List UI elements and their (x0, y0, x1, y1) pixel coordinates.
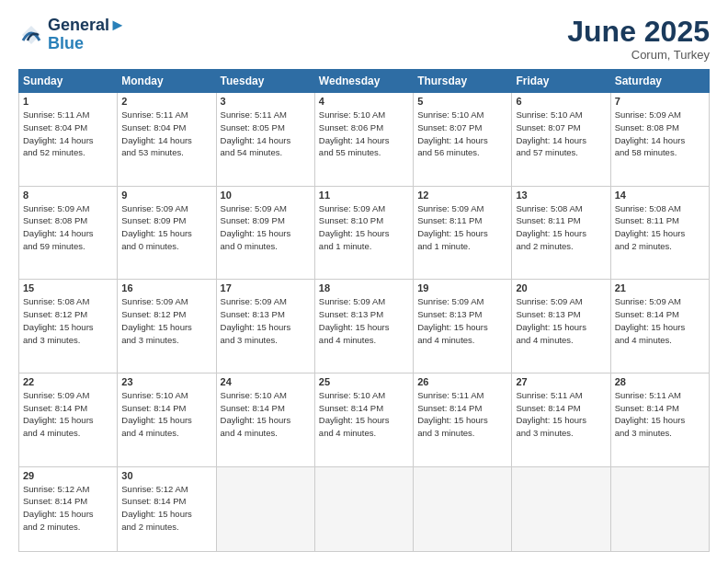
logo-icon (18, 22, 44, 48)
top-bar: General► Blue June 2025 Corum, Turkey (18, 17, 710, 62)
calendar-cell: 20Sunrise: 5:09 AMSunset: 8:13 PMDayligh… (512, 280, 610, 373)
cell-info: Sunrise: 5:10 AMSunset: 8:14 PMDaylight:… (121, 389, 211, 440)
calendar-cell: 15Sunrise: 5:08 AMSunset: 8:12 PMDayligh… (19, 280, 118, 373)
day-number: 8 (23, 190, 113, 201)
cell-info: Sunrise: 5:09 AMSunset: 8:10 PMDaylight:… (319, 202, 409, 253)
calendar-cell: 10Sunrise: 5:09 AMSunset: 8:09 PMDayligh… (216, 186, 314, 280)
day-number: 5 (417, 96, 507, 107)
cell-info: Sunrise: 5:10 AMSunset: 8:14 PMDaylight:… (319, 389, 409, 440)
day-number: 19 (417, 282, 507, 293)
calendar-cell: 22Sunrise: 5:09 AMSunset: 8:14 PMDayligh… (19, 373, 118, 466)
cell-line: and 4 minutes. (121, 427, 211, 440)
cell-info: Sunrise: 5:11 AMSunset: 8:05 PMDaylight:… (221, 109, 311, 159)
day-number: 22 (23, 376, 113, 387)
day-number: 21 (615, 282, 705, 293)
calendar-cell: 12Sunrise: 5:09 AMSunset: 8:11 PMDayligh… (414, 186, 512, 280)
cell-line: Daylight: 14 hours (23, 134, 113, 147)
cell-line: and 59 minutes. (23, 240, 113, 253)
cell-line: Sunrise: 5:08 AM (23, 295, 113, 308)
cell-line: Sunset: 8:14 PM (221, 402, 311, 415)
calendar-header-friday: Friday (512, 70, 610, 93)
cell-line: Sunrise: 5:09 AM (615, 109, 705, 121)
cell-line: Daylight: 15 hours (417, 414, 507, 427)
logo-text: General► Blue (48, 17, 126, 53)
cell-line: Sunset: 8:12 PM (121, 308, 211, 321)
cell-line: and 1 minute. (417, 240, 507, 253)
cell-line: and 54 minutes. (221, 146, 311, 159)
calendar-cell: 24Sunrise: 5:10 AMSunset: 8:14 PMDayligh… (216, 373, 314, 466)
cell-line: Daylight: 15 hours (615, 321, 705, 334)
cell-line: Daylight: 14 hours (23, 227, 113, 240)
cell-info: Sunrise: 5:09 AMSunset: 8:08 PMDaylight:… (23, 202, 113, 253)
cell-line: and 2 minutes. (121, 521, 211, 534)
cell-line: Sunset: 8:14 PM (319, 402, 409, 415)
cell-line: Sunset: 8:14 PM (615, 402, 705, 415)
cell-line: Daylight: 14 hours (221, 134, 311, 147)
cell-info: Sunrise: 5:09 AMSunset: 8:09 PMDaylight:… (221, 202, 311, 253)
cell-line: Sunrise: 5:08 AM (516, 202, 606, 215)
calendar-cell: 5Sunrise: 5:10 AMSunset: 8:07 PMDaylight… (414, 93, 512, 187)
cell-line: Sunset: 8:08 PM (615, 121, 705, 134)
cell-line: Sunrise: 5:11 AM (516, 389, 606, 402)
cell-line: and 4 minutes. (615, 334, 705, 347)
calendar-cell: 30Sunrise: 5:12 AMSunset: 8:14 PMDayligh… (118, 466, 216, 551)
day-number: 20 (516, 282, 606, 293)
cell-line: Sunset: 8:14 PM (417, 402, 507, 415)
cell-info: Sunrise: 5:09 AMSunset: 8:08 PMDaylight:… (615, 109, 705, 159)
calendar-cell: 3Sunrise: 5:11 AMSunset: 8:05 PMDaylight… (216, 93, 314, 187)
cell-line: Sunset: 8:13 PM (417, 308, 507, 321)
cell-line: and 0 minutes. (121, 240, 211, 253)
day-number: 3 (221, 96, 311, 107)
cell-info: Sunrise: 5:09 AMSunset: 8:13 PMDaylight:… (319, 295, 409, 346)
cell-line: Sunrise: 5:11 AM (121, 109, 211, 121)
day-number: 18 (319, 282, 409, 293)
cell-line: Sunrise: 5:10 AM (417, 109, 507, 121)
cell-line: Daylight: 15 hours (319, 321, 409, 334)
day-number: 2 (121, 96, 211, 107)
page: General► Blue June 2025 Corum, Turkey Su… (0, 0, 728, 563)
logo: General► Blue (18, 17, 126, 53)
cell-line: Daylight: 14 hours (121, 134, 211, 147)
cell-line: Sunrise: 5:09 AM (221, 295, 311, 308)
cell-line: Sunset: 8:04 PM (23, 121, 113, 134)
calendar-cell: 21Sunrise: 5:09 AMSunset: 8:14 PMDayligh… (610, 280, 709, 373)
cell-line: Sunset: 8:14 PM (615, 308, 705, 321)
calendar-header-sunday: Sunday (19, 70, 118, 93)
cell-info: Sunrise: 5:08 AMSunset: 8:12 PMDaylight:… (23, 295, 113, 346)
calendar-header-row: SundayMondayTuesdayWednesdayThursdayFrid… (19, 70, 710, 93)
calendar-cell (610, 466, 709, 551)
calendar-cell (216, 466, 314, 551)
cell-line: Sunrise: 5:09 AM (23, 202, 113, 215)
calendar-header-tuesday: Tuesday (216, 70, 314, 93)
calendar-cell: 27Sunrise: 5:11 AMSunset: 8:14 PMDayligh… (512, 373, 610, 466)
cell-line: and 1 minute. (319, 240, 409, 253)
calendar-cell: 19Sunrise: 5:09 AMSunset: 8:13 PMDayligh… (414, 280, 512, 373)
calendar-week-1: 8Sunrise: 5:09 AMSunset: 8:08 PMDaylight… (19, 186, 710, 280)
cell-line: Daylight: 14 hours (319, 134, 409, 147)
cell-line: Daylight: 15 hours (121, 508, 211, 521)
calendar-week-4: 29Sunrise: 5:12 AMSunset: 8:14 PMDayligh… (19, 466, 710, 551)
cell-line: and 3 minutes. (121, 334, 211, 347)
cell-line: Sunset: 8:11 PM (516, 214, 606, 227)
cell-info: Sunrise: 5:09 AMSunset: 8:13 PMDaylight:… (417, 295, 507, 346)
cell-line: and 57 minutes. (516, 146, 606, 159)
cell-line: Sunrise: 5:09 AM (319, 295, 409, 308)
day-number: 10 (221, 190, 311, 201)
day-number: 4 (319, 96, 409, 107)
day-number: 13 (516, 190, 606, 201)
cell-line: Sunset: 8:12 PM (23, 308, 113, 321)
calendar-header-wednesday: Wednesday (314, 70, 413, 93)
cell-info: Sunrise: 5:12 AMSunset: 8:14 PMDaylight:… (23, 483, 113, 534)
calendar-cell (414, 466, 512, 551)
day-number: 7 (615, 96, 705, 107)
calendar-cell: 13Sunrise: 5:08 AMSunset: 8:11 PMDayligh… (512, 186, 610, 280)
cell-line: Sunset: 8:13 PM (319, 308, 409, 321)
calendar-week-2: 15Sunrise: 5:08 AMSunset: 8:12 PMDayligh… (19, 280, 710, 373)
day-number: 26 (417, 376, 507, 387)
calendar-cell: 4Sunrise: 5:10 AMSunset: 8:06 PMDaylight… (314, 93, 413, 187)
location: Corum, Turkey (567, 48, 710, 62)
cell-line: Daylight: 14 hours (615, 134, 705, 147)
cell-info: Sunrise: 5:11 AMSunset: 8:14 PMDaylight:… (417, 389, 507, 440)
calendar-cell: 9Sunrise: 5:09 AMSunset: 8:09 PMDaylight… (118, 186, 216, 280)
cell-line: Sunrise: 5:09 AM (417, 202, 507, 215)
